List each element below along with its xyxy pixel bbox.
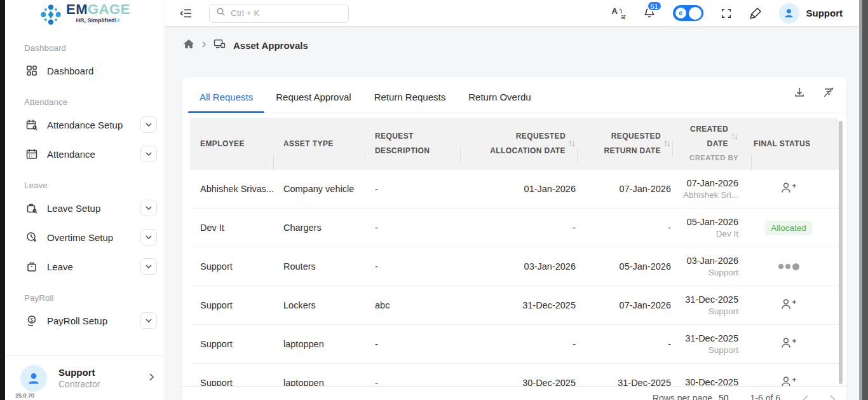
cell-final-status [751,336,839,352]
chevron-down-icon[interactable] [140,229,157,245]
tab-all-requests[interactable]: All Requests [188,92,264,113]
cell-employee: Dev It [190,223,273,233]
topbar-user-name: Support [806,8,843,18]
cell-description: - [365,339,460,349]
requests-table: EMPLOYEE ASSET TYPE REQUEST DESCRIPTION … [190,118,839,386]
theme-toggle[interactable]: e [673,5,703,21]
cell-asset-type: Chargers [273,223,365,233]
home-icon[interactable] [183,39,194,52]
sidebar-user-role: Contractor [58,379,147,389]
calendar-setup-icon [25,118,39,132]
table-row[interactable]: Support Routers - 03-Jan-2026 05-Jan-202… [190,247,839,286]
sidebar-section-dashboard: Dashboard [5,33,165,58]
sidebar-item-label: PayRoll Setup [47,315,140,326]
assign-user-icon[interactable] [780,336,797,352]
col-asset-type[interactable]: ASSET TYPE [273,137,365,151]
sidebar-item-leave-setup[interactable]: Leave Setup [5,195,165,221]
cell-allocation-date: - [460,339,577,349]
cell-allocation-date: 30-Dec-2025 [460,378,577,386]
table-header: EMPLOYEE ASSET TYPE REQUEST DESCRIPTION … [190,118,839,170]
fullscreen-icon[interactable] [721,8,732,19]
previous-page-icon[interactable] [802,394,810,400]
sidebar-item-overtime-setup[interactable]: Overtime Setup [5,224,165,250]
chevron-down-icon[interactable] [140,312,157,329]
chevron-down-icon[interactable] [140,146,157,162]
notifications-bell-icon[interactable]: 51 [643,6,656,20]
cell-final-status [751,375,839,386]
sidebar-item-attendance[interactable]: Attendance [5,141,165,167]
sidebar-user-card[interactable]: 25.0.70 Support Contractor [5,355,165,400]
assign-user-icon[interactable] [780,298,797,313]
assign-user-icon[interactable] [780,181,797,197]
rows-per-page-label: Rows per page [653,393,712,400]
topbar: Aअ 51 e [165,0,859,26]
col-created-date[interactable]: CREATED DATE CREATED BY [672,122,751,165]
asset-devices-icon [214,39,226,52]
pagination-range: 1-6 of 6 [750,393,780,400]
cell-employee: Support [190,261,273,272]
asset-approvals-card: All Requests Request Approval Return Req… [182,77,846,400]
tabs-bar: All Requests Request Approval Return Req… [182,77,846,113]
cell-allocation-date: 01-Jan-2026 [460,184,577,194]
download-icon[interactable] [793,86,806,99]
cell-final-status [751,263,839,270]
chevron-down-icon[interactable] [140,116,157,133]
window-scrollbar[interactable] [859,0,868,400]
tab-request-approval[interactable]: Request Approval [264,92,362,113]
col-requested-allocation-date[interactable]: REQUESTED ALLOCATION DATE [460,129,577,158]
table-scrollbar[interactable] [839,121,843,384]
more-options-icon[interactable] [778,263,799,270]
chevron-down-icon[interactable] [140,200,157,216]
chevron-down-icon[interactable] [140,258,157,275]
search-input[interactable] [231,8,339,18]
table-row[interactable]: Dev It Chargers - - - 05-Jan-2026Dev It … [190,209,839,247]
sidebar-item-leave[interactable]: Leave [5,254,165,279]
sidebar-item-attendance-setup[interactable]: Attendance Setup [5,112,165,137]
table-row[interactable]: Support laptoppen - 30-Dec-2025 31-Dec-2… [190,364,839,386]
chevron-right-icon[interactable] [147,373,156,384]
col-requested-return-date[interactable]: REQUESTED RETURN DATE [577,129,672,158]
next-page-icon[interactable] [829,394,836,400]
sort-icon [731,132,738,141]
sidebar-section-attendance: Attendance [5,87,165,112]
sidebar-collapse-icon[interactable] [180,8,193,18]
calendar-icon [25,147,39,161]
theme-brush-icon[interactable] [749,7,762,20]
notification-count-badge: 51 [647,1,662,11]
tab-return-requests[interactable]: Return Requests [363,92,458,113]
filter-off-icon[interactable] [822,86,835,99]
table-row[interactable]: Support laptoppen - - - 31-Dec-2025Suppo… [190,325,839,364]
table-row[interactable]: Abhishek Srivas... Company vehicle - 01-… [190,170,839,209]
topbar-user-menu[interactable]: Support [779,3,843,24]
cell-created: 07-Jan-2026Abhishek Sri... [672,178,751,200]
status-badge: Allocated [765,221,812,235]
sidebar-item-dashboard[interactable]: Dashboard [5,58,165,83]
table-body: Abhishek Srivas... Company vehicle - 01-… [190,170,839,386]
cell-asset-type: Company vehicle [273,184,365,194]
col-request-description[interactable]: REQUEST DESCRIPTION [365,129,460,158]
cell-employee: Support [190,378,273,386]
cell-description: - [365,378,460,386]
table-row[interactable]: Support Lockers abc 31-Dec-2025 07-Jan-2… [190,286,839,325]
global-search[interactable] [209,4,349,23]
sidebar-user-name: Support [58,367,147,378]
scrollbar-thumb[interactable] [862,0,868,400]
sidebar: EMGAGE HR, Simplified!® Dashboard Dashbo… [5,0,165,400]
cell-description: - [365,184,460,194]
left-edge-strip [0,0,5,400]
cell-return-date: 07-Jan-2026 [577,184,672,194]
assign-user-icon[interactable] [780,375,797,386]
breadcrumb: Asset Approvals [165,26,859,64]
sidebar-item-payroll-setup[interactable]: $ PayRoll Setup [5,308,165,333]
rows-per-page-select[interactable]: 50 [719,393,729,400]
cell-created: 03-Jan-2026Support [672,256,751,277]
cell-description: - [365,223,460,233]
brand-logo[interactable]: EMGAGE HR, Simplified!® [5,0,165,33]
col-employee[interactable]: EMPLOYEE [190,137,273,151]
translate-icon[interactable]: Aअ [612,6,626,20]
sidebar-item-label: Leave [47,261,140,272]
tab-return-overdue[interactable]: Return Overdu [457,92,542,113]
user-avatar [779,3,799,24]
cell-description: - [365,261,460,272]
cell-final-status [751,298,839,313]
